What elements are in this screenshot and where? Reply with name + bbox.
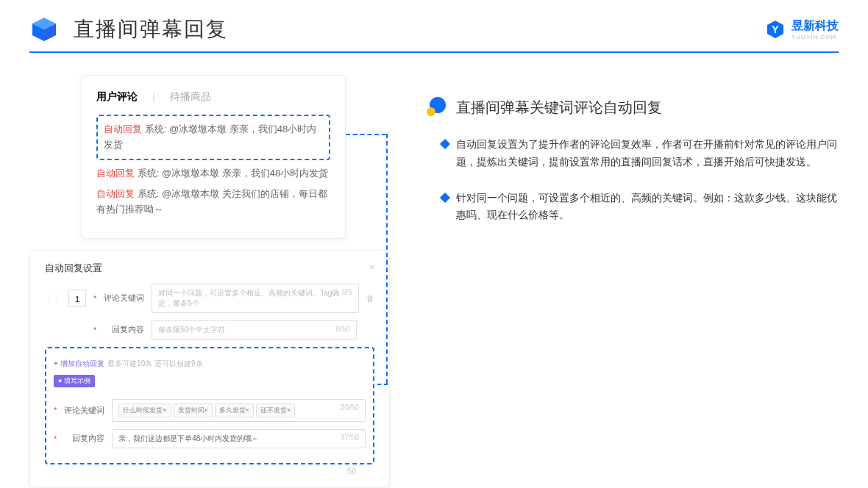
diamond-bullet-icon [440, 139, 450, 149]
connector-line [386, 134, 388, 384]
keyword-label: 评论关键词 [104, 293, 144, 304]
page-title: 直播间弹幕回复 [74, 15, 228, 43]
example-keyword-input[interactable]: 什么时候发货× 发货时间× 多久发货× 还不发货× 20/50 [112, 399, 366, 422]
settings-title: 自动回复设置 [45, 262, 102, 275]
bubble-icon [427, 97, 447, 118]
tab-pending-products[interactable]: 待播商品 [170, 90, 211, 104]
add-reply-link[interactable]: + 增加自动回复 [54, 359, 104, 369]
bullet-text: 自动回复设置为了提升作者的评论回复效率，作者可在开播前针对常见的评论用户问题，提… [456, 136, 839, 171]
content-label: 回复内容 [104, 324, 144, 335]
tab-user-comments[interactable]: 用户评论 [96, 90, 138, 104]
example-section: + 增加自动回复 最多可建10条 还可以创建9条 ● 填写示例 * 评论关键词 … [45, 347, 374, 464]
comment-row: 自动回复 系统: @冰墩墩本墩 亲亲，我们48小时内发货 [96, 166, 330, 182]
svg-text:Y: Y [772, 24, 779, 35]
connector-line [346, 134, 386, 135]
header-divider [29, 51, 839, 53]
trash-icon[interactable]: 🗑 [366, 294, 374, 303]
example-content-input[interactable]: 亲，我们这边都是下单48小时内发货的哦～ 37/50 [112, 429, 366, 448]
bullet-text: 针对同一个问题，可设置多个相近的、高频的关键词。例如：这款多少钱、这块能优惠吗、… [456, 190, 839, 225]
example-badge: ● 填写示例 [54, 375, 95, 387]
drag-handle-icon[interactable]: ⋮⋮ [45, 293, 61, 303]
brand-logo: Y 昱新科技 YUUXIN.COM [765, 18, 839, 40]
comments-panel: 用户评论 | 待播商品 自动回复 系统: @冰墩墩本墩 亲亲，我们48小时内发货… [81, 75, 346, 239]
settings-panel: 自动回复设置 × ⋮⋮ 1 * 评论关键词 对同一个问题，可设置多个相近、高频的… [29, 250, 390, 487]
comment-row-highlighted: 自动回复 系统: @冰墩墩本墩 亲亲，我们48小时内发货 [96, 115, 330, 160]
keyword-input[interactable]: 对同一个问题，可设置多个相近、高频的关键词。Tag确定，最多5个 0/5 [152, 284, 359, 313]
section-title: 直播间弹幕关键词评论自动回复 [456, 98, 662, 118]
connector-line [377, 384, 388, 385]
cube-icon [29, 15, 59, 44]
content-input[interactable]: 每条限50个中文字符 0/50 [152, 320, 357, 340]
diamond-bullet-icon [440, 193, 450, 203]
order-number: 1 [68, 290, 86, 307]
close-icon[interactable]: × [369, 262, 374, 275]
comment-row: 自动回复 系统: @冰墩墩本墩 关注我们的店铺，每日都有热门推荐呦～ [96, 187, 330, 218]
